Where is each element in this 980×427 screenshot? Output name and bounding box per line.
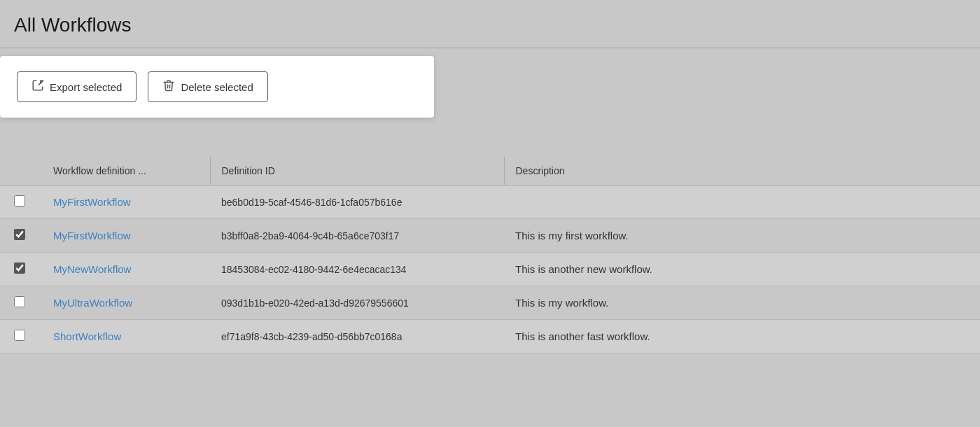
description-cell: This is another new workflow. [504, 253, 980, 286]
description-cell: This is another fast workflow. [504, 320, 980, 354]
table-row: MyNewWorkflow18453084-ec02-4180-9442-6e4… [0, 253, 980, 286]
table-header-row: Workflow definition ... Definition ID De… [0, 157, 980, 186]
row-checkbox-cell [0, 186, 42, 219]
export-button-label: Export selected [50, 81, 122, 93]
page-container: All Workflows Export selected [0, 0, 980, 427]
row-checkbox-cell [0, 286, 42, 320]
workflow-link[interactable]: MyNewWorkflow [53, 263, 131, 275]
col-header-workflow: Workflow definition ... [42, 157, 210, 186]
delete-button-label: Delete selected [181, 81, 253, 93]
workflow-name-cell: ShortWorkflow [42, 320, 210, 354]
definition-id-cell: b3bff0a8-2ba9-4064-9c4b-65a6ce703f17 [210, 219, 504, 253]
description-cell: This is my workflow. [504, 286, 980, 320]
description-cell [504, 186, 980, 219]
workflows-table: Workflow definition ... Definition ID De… [0, 157, 980, 354]
workflow-name-cell: MyFirstWorkflow [42, 186, 210, 219]
delete-selected-button[interactable]: Delete selected [148, 71, 267, 102]
col-header-definition-id: Definition ID [210, 157, 504, 186]
workflow-name-cell: MyNewWorkflow [42, 253, 210, 286]
row-checkbox[interactable] [14, 195, 25, 206]
definition-id-cell: 18453084-ec02-4180-9442-6e4ecacac134 [210, 253, 504, 286]
workflow-link[interactable]: MyFirstWorkflow [53, 196, 131, 208]
row-checkbox[interactable] [14, 296, 25, 307]
workflow-link[interactable]: MyFirstWorkflow [53, 230, 131, 241]
row-checkbox-cell [0, 320, 42, 354]
definition-id-cell: 093d1b1b-e020-42ed-a13d-d92679556601 [210, 286, 504, 320]
definition-id-cell: ef71a9f8-43cb-4239-ad50-d56bb7c0168a [210, 320, 504, 354]
workflow-link[interactable]: MyUltraWorkflow [53, 297, 132, 309]
row-checkbox-cell [0, 219, 42, 253]
row-checkbox[interactable] [14, 262, 25, 274]
col-header-description: Description [504, 157, 980, 186]
delete-icon [162, 79, 175, 94]
workflow-name-cell: MyUltraWorkflow [42, 286, 210, 320]
action-bar: Export selected Delete selected [0, 56, 434, 118]
row-checkbox-cell [0, 253, 42, 286]
row-checkbox[interactable] [14, 229, 25, 240]
col-header-checkbox [0, 157, 42, 186]
export-selected-button[interactable]: Export selected [17, 71, 136, 102]
table-row: MyFirstWorkflowbe6b0d19-5caf-4546-81d6-1… [0, 186, 980, 219]
table-row: MyUltraWorkflow093d1b1b-e020-42ed-a13d-d… [0, 286, 980, 320]
definition-id-cell: be6b0d19-5caf-4546-81d6-1cfa057b616e [210, 186, 504, 219]
export-icon [31, 79, 44, 94]
workflow-name-cell: MyFirstWorkflow [42, 219, 210, 253]
description-cell: This is my first workflow. [504, 219, 980, 253]
page-title: All Workflows [0, 14, 980, 48]
table-row: MyFirstWorkflowb3bff0a8-2ba9-4064-9c4b-6… [0, 219, 980, 253]
workflow-link[interactable]: ShortWorkflow [53, 330, 121, 342]
row-checkbox[interactable] [14, 330, 25, 341]
table-row: ShortWorkflowef71a9f8-43cb-4239-ad50-d56… [0, 320, 980, 354]
